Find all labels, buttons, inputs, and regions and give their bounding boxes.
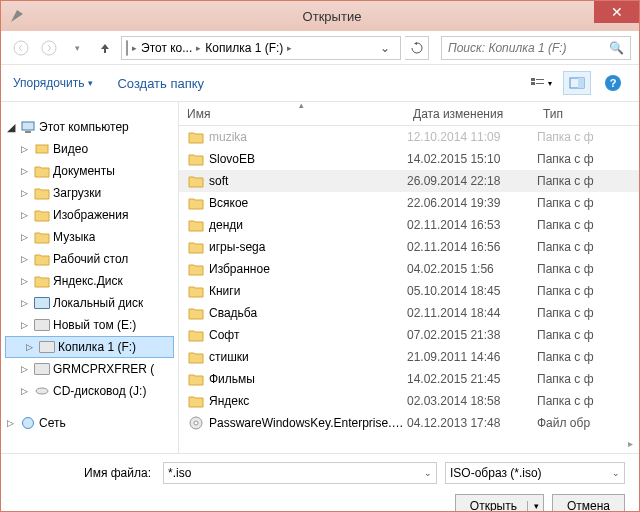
toolbar: Упорядочить ▾ Создать папку ▾ ? (1, 65, 639, 101)
twisty-collapsed-icon[interactable]: ▷ (21, 298, 31, 308)
forward-button[interactable] (37, 36, 61, 60)
file-row[interactable]: PasswareWindowsKey.Enterprise.11.0.357..… (179, 412, 639, 434)
file-row[interactable]: стишки21.09.2011 14:46Папка с ф (179, 346, 639, 368)
breadcrumb-seg-1[interactable]: Этот ко... (141, 41, 192, 55)
chevron-down-icon[interactable]: ⌄ (424, 468, 432, 478)
svg-rect-6 (536, 83, 544, 84)
col-name[interactable]: Имя (179, 102, 405, 125)
file-name: PasswareWindowsKey.Enterprise.11.0.357.. (209, 416, 407, 430)
tree-item[interactable]: ▷Музыка (1, 226, 178, 248)
tree-item[interactable]: ▷Загрузки (1, 182, 178, 204)
file-date: 21.09.2011 14:46 (407, 350, 537, 364)
svg-rect-3 (531, 78, 535, 81)
twisty-collapsed-icon[interactable]: ▷ (21, 232, 31, 242)
tree-item[interactable]: ▷Рабочий стол (1, 248, 178, 270)
file-name: стишки (209, 350, 407, 364)
file-date: 26.09.2014 22:18 (407, 174, 537, 188)
svg-rect-5 (536, 79, 544, 80)
search-input[interactable] (448, 41, 609, 55)
view-menu[interactable]: ▾ (527, 71, 555, 95)
tree-item[interactable]: ▷Документы (1, 160, 178, 182)
twisty-collapsed-icon[interactable]: ▷ (21, 320, 31, 330)
twisty-collapsed-icon[interactable]: ▷ (21, 188, 31, 198)
tree-panel: ◢ Этот компьютер ▷Видео▷Документы▷Загруз… (1, 102, 179, 453)
twisty-collapsed-icon[interactable]: ▷ (21, 276, 31, 286)
filename-label: Имя файла: (15, 466, 155, 480)
open-button[interactable]: Открыть ▾ (455, 494, 544, 512)
file-row[interactable]: soft26.09.2014 22:18Папка с ф (179, 170, 639, 192)
file-row[interactable]: Софт07.02.2015 21:38Папка с ф (179, 324, 639, 346)
twisty-collapsed-icon[interactable]: ▷ (21, 386, 31, 396)
tree-item[interactable]: ▷CD-дисковод (J:) (1, 380, 178, 402)
open-dropdown-icon[interactable]: ▾ (527, 501, 539, 511)
refresh-button[interactable] (405, 36, 429, 60)
folder-icon (187, 173, 205, 189)
help-button[interactable]: ? (599, 71, 627, 95)
twisty-expanded-icon[interactable]: ◢ (7, 121, 17, 134)
breadcrumb[interactable]: ▸ Этот ко... ▸ Копилка 1 (F:) ▸ ⌄ (121, 36, 401, 60)
scroll-right-icon[interactable]: ▸ (628, 438, 633, 449)
up-button[interactable] (93, 36, 117, 60)
tree-root[interactable]: ◢ Этот компьютер (1, 116, 178, 138)
file-date: 04.12.2013 17:48 (407, 416, 537, 430)
filename-input[interactable]: *.iso ⌄ (163, 462, 437, 484)
file-name: Избранное (209, 262, 407, 276)
tree-item[interactable]: ▷GRMCPRXFRER ( (1, 358, 178, 380)
search-icon: 🔍 (609, 41, 624, 55)
file-date: 02.11.2014 18:44 (407, 306, 537, 320)
breadcrumb-seg-2[interactable]: Копилка 1 (F:) (205, 41, 283, 55)
svg-rect-9 (22, 122, 34, 130)
filter-select[interactable]: ISO-образ (*.iso) ⌄ (445, 462, 625, 484)
tree-item[interactable]: ▷Видео (1, 138, 178, 160)
file-type: Папка с ф (537, 372, 594, 386)
close-button[interactable]: ✕ (594, 1, 639, 23)
twisty-collapsed-icon[interactable]: ▷ (21, 254, 31, 264)
new-folder-button[interactable]: Создать папку (117, 76, 204, 91)
file-row[interactable]: денди02.11.2014 16:53Папка с ф (179, 214, 639, 236)
tree-item[interactable]: ▷Изображения (1, 204, 178, 226)
file-date: 05.10.2014 18:45 (407, 284, 537, 298)
folder-icon (34, 295, 50, 311)
recent-dropdown[interactable]: ▾ (65, 36, 89, 60)
file-row[interactable]: SlovoEB14.02.2015 15:10Папка с ф (179, 148, 639, 170)
tree-network[interactable]: ▷ Сеть (1, 412, 178, 434)
file-row[interactable]: Избранное04.02.2015 1:56Папка с ф (179, 258, 639, 280)
file-type: Папка с ф (537, 306, 594, 320)
preview-pane-button[interactable] (563, 71, 591, 95)
bottom-panel: Имя файла: *.iso ⌄ ISO-образ (*.iso) ⌄ О… (1, 453, 639, 512)
tree-item-label: Рабочий стол (53, 252, 128, 266)
twisty-collapsed-icon[interactable]: ▷ (21, 210, 31, 220)
file-name: Софт (209, 328, 407, 342)
twisty-collapsed-icon[interactable]: ▷ (7, 418, 17, 428)
sort-indicator-icon: ▴ (299, 102, 304, 110)
tree-item[interactable]: ▷Копилка 1 (F:) (5, 336, 174, 358)
file-name: soft (209, 174, 407, 188)
file-row[interactable]: Книги05.10.2014 18:45Папка с ф (179, 280, 639, 302)
svg-marker-0 (11, 10, 23, 22)
file-row[interactable]: Фильмы14.02.2015 21:45Папка с ф (179, 368, 639, 390)
folder-icon (34, 163, 50, 179)
file-row[interactable]: Свадьба02.11.2014 18:44Папка с ф (179, 302, 639, 324)
chevron-down-icon[interactable]: ⌄ (612, 468, 620, 478)
file-type: Папка с ф (537, 262, 594, 276)
twisty-collapsed-icon[interactable]: ▷ (26, 342, 36, 352)
tree-item[interactable]: ▷Локальный диск (1, 292, 178, 314)
col-type[interactable]: Тип (535, 102, 639, 125)
organize-menu[interactable]: Упорядочить ▾ (13, 76, 93, 90)
file-row[interactable]: Всякое22.06.2014 19:39Папка с ф (179, 192, 639, 214)
breadcrumb-dropdown[interactable]: ⌄ (374, 41, 396, 55)
file-type: Папка с ф (537, 174, 594, 188)
twisty-collapsed-icon[interactable]: ▷ (21, 144, 31, 154)
file-row[interactable]: muzika12.10.2014 11:09Папка с ф (179, 126, 639, 148)
tree-item[interactable]: ▷Яндекс.Диск (1, 270, 178, 292)
back-button[interactable] (9, 36, 33, 60)
tree-item[interactable]: ▷Новый том (E:) (1, 314, 178, 336)
file-row[interactable]: Яндекс02.03.2014 18:58Папка с ф (179, 390, 639, 412)
twisty-collapsed-icon[interactable]: ▷ (21, 166, 31, 176)
col-date[interactable]: Дата изменения (405, 102, 535, 125)
folder-icon (187, 371, 205, 387)
file-row[interactable]: игры-sega02.11.2014 16:56Папка с ф (179, 236, 639, 258)
twisty-collapsed-icon[interactable]: ▷ (21, 364, 31, 374)
cancel-button[interactable]: Отмена (552, 494, 625, 512)
search-box[interactable]: 🔍 (441, 36, 631, 60)
